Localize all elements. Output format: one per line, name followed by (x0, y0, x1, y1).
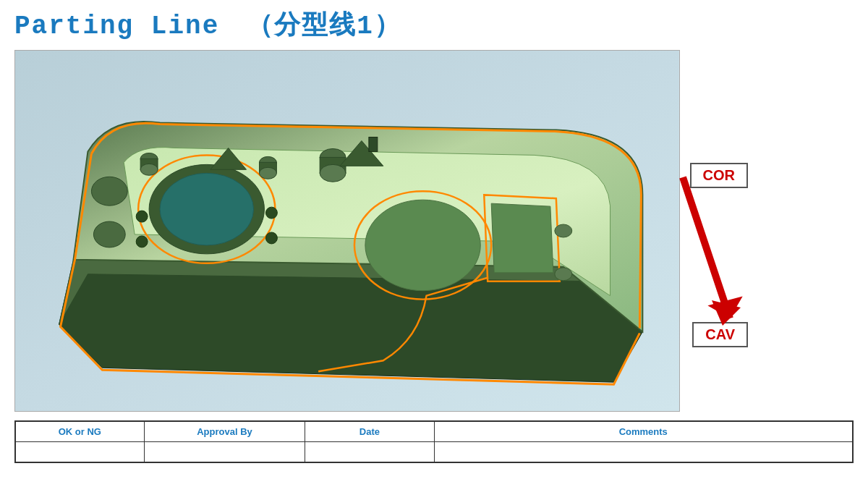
svg-point-21 (555, 224, 572, 237)
svg-point-22 (555, 268, 572, 281)
date-cell (305, 442, 434, 462)
date-header: Date (305, 421, 434, 442)
svg-point-14 (320, 164, 346, 182)
approval-table: OK or NG Approval By Date Comments (14, 420, 854, 463)
comments-header: Comments (434, 421, 853, 442)
svg-point-3 (160, 173, 253, 245)
page-container: Parting Line （分型线1） (0, 0, 868, 487)
svg-point-19 (265, 207, 277, 219)
svg-point-18 (136, 236, 148, 247)
ok-ng-cell (15, 442, 144, 462)
svg-point-8 (140, 164, 158, 175)
comments-cell (434, 442, 853, 462)
page-title: Parting Line （分型线1） (14, 7, 854, 43)
svg-point-11 (259, 167, 276, 179)
approval-by-header: Approval By (144, 421, 305, 442)
cad-image: COR CAV (14, 50, 680, 412)
svg-point-20 (265, 232, 277, 244)
svg-point-5 (365, 200, 480, 290)
approval-by-cell (144, 442, 305, 462)
svg-point-17 (136, 211, 148, 222)
ok-ng-header: OK or NG (15, 421, 144, 442)
svg-rect-25 (369, 137, 378, 152)
svg-point-23 (91, 177, 127, 206)
svg-point-24 (93, 221, 125, 247)
